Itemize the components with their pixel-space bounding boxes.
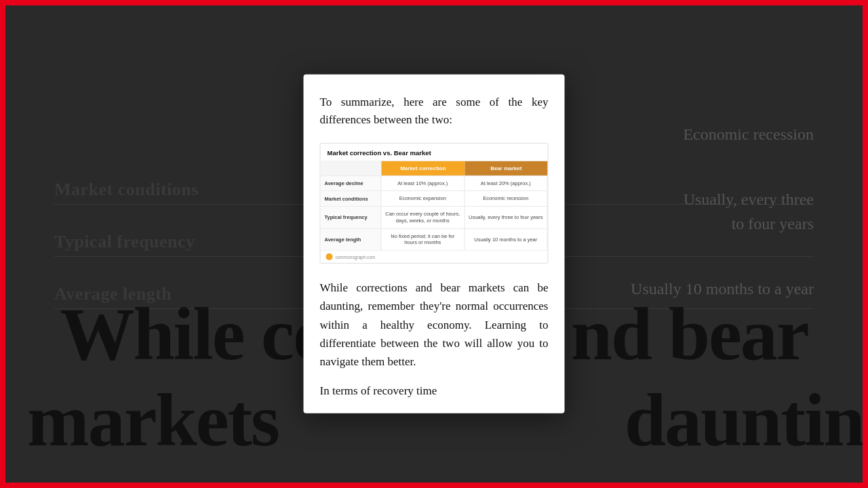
row-label-typical-frequency: Typical frequency <box>321 207 382 228</box>
bg-right-col: Economic recession Usually, every threet… <box>631 122 814 301</box>
row-val-avg-decline-col1: At least 10% (approx.) <box>382 176 465 191</box>
table-footer-text: commonsgraph.com <box>336 255 376 260</box>
table-footer: commonsgraph.com <box>321 250 548 263</box>
row-val-market-conditions-col2: Economic recession <box>465 191 548 206</box>
row-label-avg-decline: Average decline <box>321 176 382 191</box>
body-paragraph: While corrections and bear markets can b… <box>320 279 549 371</box>
recovery-paragraph: In terms of recovery time <box>320 382 549 400</box>
row-val-typical-frequency-col1: Can occur every couple of hours, days, w… <box>382 207 465 228</box>
row-label-avg-length: Average length <box>321 229 382 251</box>
table-header-market-correction: Market correction <box>382 161 465 176</box>
row-val-market-conditions-col1: Economic expansion <box>382 191 465 206</box>
row-label-market-conditions: Market conditions <box>321 191 382 206</box>
table-title: Market correction vs. Bear market <box>321 144 548 161</box>
summary-heading: To summarize, here are some of the key d… <box>320 94 549 129</box>
table-row-avg-decline: Average decline At least 10% (approx.) A… <box>321 176 548 191</box>
table-row-avg-length: Average length No fixed period; it can b… <box>321 228 548 251</box>
bg-length-val: Usually 10 months to a year <box>631 277 814 301</box>
row-val-avg-length-col2: Usually 10 months to a year <box>465 229 548 251</box>
row-val-avg-length-col1: No fixed period; it can be for hours or … <box>382 229 465 251</box>
table-header-empty <box>321 161 382 176</box>
row-val-typical-frequency-col2: Usually, every three to four years <box>465 207 548 228</box>
card-content: To summarize, here are some of the key d… <box>304 75 565 413</box>
table-row-typical-frequency: Typical frequency Can occur every couple… <box>321 206 548 228</box>
table-row-market-conditions: Market conditions Economic expansion Eco… <box>321 190 548 206</box>
table-header-row: Market correction Bear market <box>321 161 548 176</box>
row-val-avg-decline-col2: At least 20% (approx.) <box>465 176 548 191</box>
main-card: To summarize, here are some of the key d… <box>304 75 565 413</box>
table-header-bear-market: Bear market <box>465 161 548 176</box>
card-wrapper: To summarize, here are some of the key d… <box>304 75 565 413</box>
bg-market-conditions-val: Economic recession <box>631 122 814 146</box>
table-footer-logo <box>326 253 333 260</box>
comparison-table: Market correction vs. Bear market Market… <box>320 143 549 264</box>
bg-frequency-val: Usually, every threeto four years <box>631 187 814 236</box>
